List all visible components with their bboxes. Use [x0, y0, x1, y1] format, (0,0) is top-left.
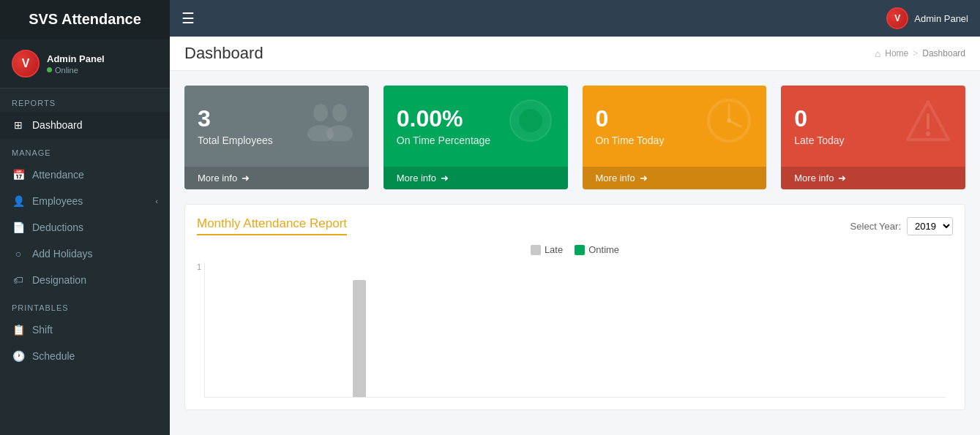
content-area: Dashboard ⌂ Home > Dashboard 3 Total Emp…	[170, 37, 980, 435]
chart-bar-group	[637, 262, 698, 397]
stat-card-text: 3 Total Employees	[198, 106, 273, 146]
legend-ontime: Ontime	[575, 244, 619, 255]
stats-row: 3 Total Employees More info ➜	[170, 71, 980, 204]
chart-section: Monthly Attendance Report Select Year: 2…	[184, 204, 965, 410]
stat-card-text: 0 On Time Today	[596, 106, 665, 146]
deductions-icon: 📄	[12, 222, 25, 233]
chart-bar-group	[329, 262, 390, 397]
sidebar-item-add-holidays[interactable]: ○ Add Holidays	[0, 241, 170, 267]
sidebar: SVS Attendance V Admin Panel Online REPO…	[0, 0, 170, 435]
on-time-pct-value: 0.00%	[397, 106, 490, 132]
legend-late-dot	[531, 245, 541, 255]
chart-title: Monthly Attendance Report	[197, 216, 347, 235]
pie-chart-icon	[507, 97, 555, 155]
warning-icon	[905, 97, 952, 155]
topbar-left: ☰	[182, 10, 195, 27]
breadcrumb-current: Dashboard	[922, 48, 965, 58]
sidebar-user: V Admin Panel Online	[0, 39, 170, 88]
section-label-reports: REPORTS	[0, 88, 170, 112]
chart-bar-group	[266, 262, 328, 397]
on-time-today-footer[interactable]: More info ➜	[583, 167, 767, 189]
section-label-printables: PRINTABLES	[0, 293, 170, 317]
svg-point-3	[326, 125, 353, 141]
chart-bar-group	[390, 262, 452, 397]
home-icon: ⌂	[875, 48, 880, 59]
late-today-label: Late Today	[794, 135, 844, 146]
on-time-pct-footer[interactable]: More info ➜	[384, 167, 568, 189]
chevron-right-icon: ‹	[155, 197, 158, 205]
arrow-right-icon: ➜	[640, 173, 648, 184]
dashboard-icon: ⊞	[12, 119, 25, 131]
on-time-today-value: 0	[596, 106, 665, 132]
chart-bar-late	[353, 280, 366, 397]
status-online-dot	[47, 67, 52, 72]
user-status: Online	[47, 66, 105, 75]
sidebar-item-dashboard[interactable]: ⊞ Dashboard	[0, 112, 170, 138]
topbar-admin-label: Admin Panel	[914, 13, 968, 24]
arrow-right-icon: ➜	[838, 173, 846, 184]
clock-icon	[706, 97, 753, 155]
select-year-label: Select Year:	[850, 221, 901, 232]
chart-bar-group	[575, 262, 637, 397]
shift-icon: 📋	[12, 324, 25, 336]
stat-card-late-today: 0 Late Today More info ➜	[781, 86, 965, 189]
stat-card-on-time-today: 0 On Time Today More info ➜	[583, 86, 767, 189]
arrow-right-icon: ➜	[441, 173, 449, 184]
chart-area: 1	[197, 262, 953, 398]
stat-card-text: 0.00% On Time Percentage	[397, 106, 490, 146]
legend-late-label: Late	[545, 244, 563, 255]
chart-bar-group	[822, 262, 883, 397]
late-today-value: 0	[794, 106, 844, 132]
legend-ontime-dot	[575, 245, 585, 255]
page-title: Dashboard	[184, 44, 263, 63]
total-employees-label: Total Employees	[198, 135, 273, 146]
chart-bar-group	[884, 262, 946, 397]
sidebar-item-attendance[interactable]: 📅 Attendance	[0, 162, 170, 188]
chart-bar-group	[205, 262, 266, 397]
on-time-today-label: On Time Today	[596, 135, 665, 146]
schedule-icon: 🕐	[12, 350, 25, 362]
sidebar-item-employees[interactable]: 👤 Employees ‹	[0, 188, 170, 214]
late-today-footer[interactable]: More info ➜	[781, 167, 965, 189]
topbar: ☰ V Admin Panel	[170, 0, 980, 37]
svg-point-1	[332, 104, 347, 121]
chart-bar-group	[699, 262, 760, 397]
sidebar-item-shift[interactable]: 📋 Shift	[0, 317, 170, 343]
employees-icon: 👤	[12, 195, 25, 207]
chart-bar-group	[452, 262, 513, 397]
breadcrumb-separator: >	[913, 48, 918, 58]
svg-point-9	[727, 118, 731, 123]
svg-point-5	[519, 109, 542, 132]
topbar-avatar: V	[886, 7, 908, 29]
stat-card-body: 0.00% On Time Percentage	[384, 86, 568, 167]
arrow-right-icon: ➜	[242, 173, 250, 184]
chart-legend: Late Ontime	[197, 244, 953, 255]
main-content: ☰ V Admin Panel Dashboard ⌂ Home > Dashb…	[170, 0, 980, 435]
total-employees-footer[interactable]: More info ➜	[184, 167, 369, 189]
chart-bar-group	[514, 262, 575, 397]
breadcrumb-home[interactable]: Home	[885, 48, 908, 58]
stat-card-body: 0 Late Today	[781, 86, 965, 167]
brand-title: SVS Attendance	[0, 0, 170, 39]
holidays-icon: ○	[12, 248, 25, 260]
chart-header: Monthly Attendance Report Select Year: 2…	[197, 216, 953, 235]
stat-card-text: 0 Late Today	[794, 106, 844, 146]
sidebar-item-designation[interactable]: 🏷 Designation	[0, 267, 170, 293]
employees-stat-icon	[304, 101, 356, 151]
chart-bar-group	[760, 262, 822, 397]
on-time-pct-label: On Time Percentage	[397, 135, 490, 146]
page-header: Dashboard ⌂ Home > Dashboard	[170, 37, 980, 71]
sidebar-item-deductions[interactable]: 📄 Deductions	[0, 214, 170, 241]
topbar-right: V Admin Panel	[886, 7, 968, 29]
sidebar-item-schedule[interactable]: 🕐 Schedule	[0, 343, 170, 369]
chart-controls: Select Year: 2019 2018 2017 2020	[850, 217, 953, 235]
chart-bars	[204, 262, 946, 398]
hamburger-icon[interactable]: ☰	[182, 10, 195, 27]
year-select[interactable]: 2019 2018 2017 2020	[907, 217, 953, 235]
chart-y-label: 1	[197, 262, 201, 271]
stat-card-body: 3 Total Employees	[184, 86, 369, 167]
breadcrumb: ⌂ Home > Dashboard	[875, 48, 965, 59]
svg-point-0	[313, 104, 328, 121]
section-label-manage: MANAGE	[0, 138, 170, 162]
total-employees-value: 3	[198, 106, 273, 132]
